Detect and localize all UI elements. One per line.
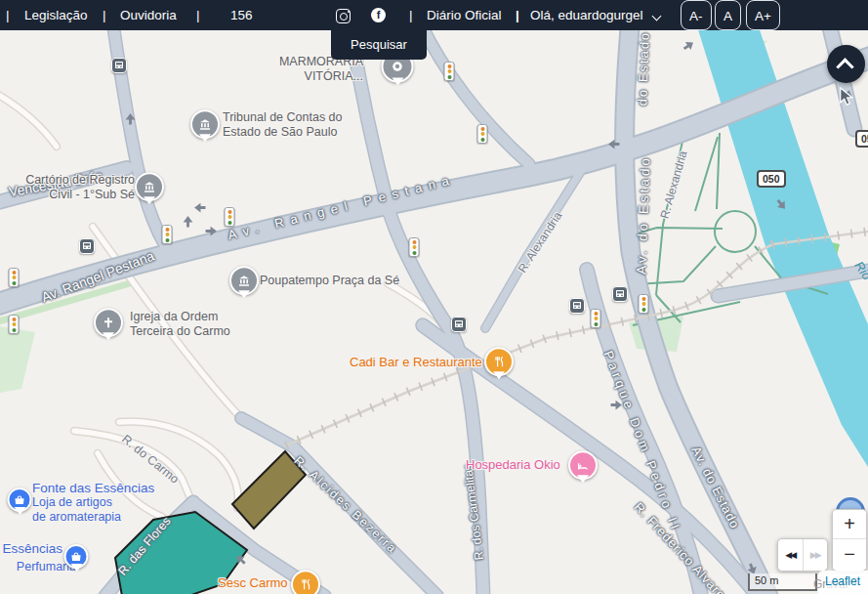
- traffic-light-icon: [409, 237, 420, 257]
- bus-stop-icon: [569, 298, 585, 314]
- government-pin[interactable]: [135, 172, 164, 201]
- scale-bar: 50 m: [748, 573, 817, 591]
- traffic-light-icon: [639, 294, 649, 314]
- zoom-out-button[interactable]: −: [833, 539, 866, 569]
- shopping-bag-icon: [71, 551, 82, 562]
- circle-icon: [392, 61, 404, 73]
- bus-stop-icon: [111, 58, 127, 73]
- separator: |: [516, 0, 519, 30]
- top-navigation-bar: | Legislação | Ouvidoria | 156 | Diário …: [0, 0, 868, 30]
- font-normal-button[interactable]: A: [715, 0, 741, 30]
- chevron-down-icon[interactable]: [653, 13, 661, 21]
- separator: |: [409, 0, 413, 30]
- government-pin[interactable]: [229, 266, 259, 295]
- direction-arrow-icon: [607, 138, 620, 150]
- traffic-light-icon: [591, 309, 601, 328]
- bus-stop-icon: [79, 238, 95, 254]
- separator: |: [103, 0, 106, 30]
- route-badge: 050: [757, 170, 786, 188]
- poi-label-essencias-perfumaria: Essências: [0, 541, 62, 556]
- hotel-pin[interactable]: [568, 450, 598, 480]
- facebook-icon[interactable]: [371, 8, 386, 22]
- shopping-bag-icon: [15, 494, 25, 505]
- direction-arrow-icon: [182, 215, 194, 228]
- mouse-cursor: [839, 87, 854, 106]
- government-building-icon: [144, 181, 155, 192]
- direction-arrow-icon: [193, 201, 206, 214]
- traffic-light-icon: [444, 62, 455, 81]
- leaflet-attribution-link[interactable]: Leaflet: [825, 574, 860, 588]
- nav-link-legislacao[interactable]: Legislação: [24, 0, 88, 30]
- history-back-button[interactable]: ◀◀: [778, 539, 804, 571]
- poi-label-poupatempo: Poupatempo Praça da Sé: [260, 274, 399, 288]
- restaurant-pin[interactable]: [484, 347, 514, 376]
- scroll-to-top-button[interactable]: [827, 45, 865, 83]
- direction-arrow-icon: [610, 399, 623, 411]
- poi-label-fonte-essencias: Fonte das Essências Loja de artigos de a…: [32, 481, 154, 525]
- font-decrease-button[interactable]: A-: [681, 0, 712, 30]
- traffic-light-icon: [225, 207, 235, 227]
- nav-link-diario-oficial[interactable]: Diário Oficial: [427, 0, 502, 30]
- attribution: Gravar Leaflet: [818, 571, 868, 594]
- church-pin[interactable]: [94, 308, 123, 337]
- restaurant-icon: [493, 356, 505, 367]
- road-label: do Estado: [635, 30, 652, 106]
- government-building-icon: [238, 275, 250, 286]
- cross-icon: [103, 317, 114, 328]
- history-control: ◀◀ ▶▶: [777, 538, 828, 572]
- search-tooltip[interactable]: Pesquisar: [331, 30, 427, 60]
- traffic-light-icon: [9, 268, 20, 287]
- poi-label-cartorio: Cartório de RegistroCivil - 1°Sub Sé: [8, 173, 135, 202]
- nav-link-ouvidoria[interactable]: Ouvidoria: [120, 0, 177, 30]
- font-increase-button[interactable]: A+: [746, 0, 780, 30]
- shopping-pin[interactable]: [64, 544, 89, 569]
- history-forward-button[interactable]: ▶▶: [804, 539, 828, 571]
- traffic-light-icon: [9, 315, 20, 334]
- poi-label-cadi-bar: Cadi Bar e Restaurante: [350, 355, 482, 369]
- traffic-light-icon: [477, 124, 488, 144]
- government-building-icon: [199, 118, 211, 130]
- shopping-pin[interactable]: [8, 488, 32, 512]
- poi-label-sesc-carmo: Sesc Carmo: [218, 575, 288, 590]
- bus-stop-icon: [451, 317, 467, 332]
- route-badge: 050: [855, 130, 868, 148]
- instagram-icon[interactable]: [336, 9, 351, 23]
- bed-icon: [577, 459, 589, 471]
- separator: |: [6, 0, 10, 30]
- poi-label-igreja: Igreja da OrdemTerceira do Carmo: [130, 310, 230, 339]
- traffic-light-icon: [162, 225, 173, 244]
- direction-arrow-icon: [205, 225, 218, 237]
- zoom-in-button[interactable]: +: [833, 510, 866, 539]
- government-pin[interactable]: [190, 109, 220, 139]
- zoom-control: + −: [832, 509, 867, 572]
- restaurant-pin[interactable]: [291, 570, 320, 594]
- bus-stop-icon: [612, 286, 628, 302]
- page: { "topbar": { "sep": "|", "links": [ {"l…: [0, 0, 868, 594]
- nav-link-156[interactable]: 156: [230, 0, 253, 30]
- separator: |: [196, 0, 200, 30]
- poi-label-hospedaria: Hospedaria Okio: [466, 457, 560, 472]
- poi-label-tribunal: Tribunal de Contas doEstado de São Paulo: [223, 110, 343, 140]
- user-greeting[interactable]: Olá, eduardogurgel: [530, 0, 643, 30]
- direction-arrow-icon: [124, 112, 137, 125]
- restaurant-icon: [300, 578, 311, 590]
